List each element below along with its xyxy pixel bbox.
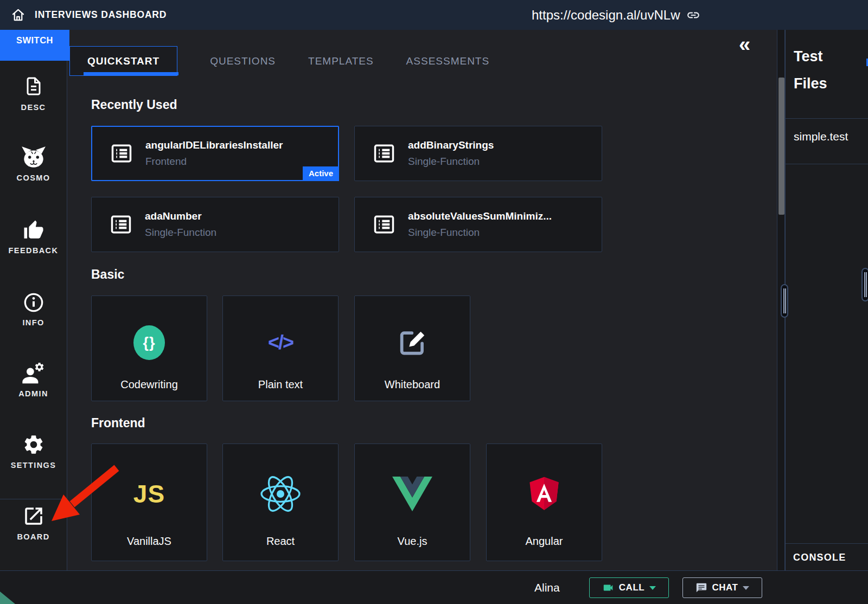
recent-card-adanumber[interactable]: adaNumber Single-Function xyxy=(91,197,339,252)
section-title-frontend: Frontend xyxy=(91,416,145,430)
switch-button[interactable]: SWITCH xyxy=(0,30,69,61)
call-label: CALL xyxy=(619,582,644,593)
frontend-card-vuejs[interactable]: Vue.js xyxy=(354,444,470,561)
caret-down-icon xyxy=(743,586,749,590)
right-panel-divider xyxy=(786,164,868,164)
console-tab[interactable]: CONSOLE xyxy=(786,543,868,570)
recent-card-addbinarystrings[interactable]: addBinaryStrings Single-Function xyxy=(354,126,602,181)
frontend-card-react[interactable]: React xyxy=(222,444,339,561)
call-button[interactable]: CALL xyxy=(589,577,669,598)
chat-label: CHAT xyxy=(712,582,738,593)
tab-questions[interactable]: QUESTIONS xyxy=(210,46,276,76)
sidebar-item-desc[interactable]: DESC xyxy=(0,73,67,112)
tab-quickstart[interactable]: QUICKSTART xyxy=(69,46,177,76)
recent-card-type: Single-Function xyxy=(408,156,494,168)
test-files-title: Test Files xyxy=(794,43,837,98)
recent-card-absolutevaluessum[interactable]: absoluteValuesSumMinimiz... Single-Funct… xyxy=(354,197,602,252)
frontend-card-label: Vue.js xyxy=(398,535,427,548)
corner-decoration xyxy=(0,592,15,604)
sidebar-item-board[interactable]: BOARD xyxy=(0,503,67,541)
home-icon xyxy=(11,8,25,22)
list-icon xyxy=(371,142,397,165)
frontend-card-label: VanillaJS xyxy=(127,535,171,548)
braces-glyph: {} xyxy=(143,335,155,351)
home-button[interactable] xyxy=(10,7,26,23)
active-badge: Active xyxy=(303,166,339,181)
basic-card-label: Codewriting xyxy=(120,378,178,391)
participant-name: Alina xyxy=(534,571,560,604)
cat-icon xyxy=(20,145,47,169)
right-panel-divider xyxy=(786,118,868,119)
chat-button[interactable]: CHAT xyxy=(682,577,762,598)
sidebar-item-cosmo[interactable]: COSMO xyxy=(0,144,67,182)
tab-assessments[interactable]: ASSESSMENTS xyxy=(406,46,490,76)
basic-card-whiteboard[interactable]: Whiteboard xyxy=(354,295,470,401)
recent-card-type: Single-Function xyxy=(408,227,552,239)
user-gear-icon xyxy=(21,362,46,384)
collapse-panel-icon[interactable]: « xyxy=(739,34,750,55)
recent-card-name: absoluteValuesSumMinimiz... xyxy=(408,210,552,222)
list-icon xyxy=(108,213,134,236)
recent-card-name: addBinaryStrings xyxy=(408,139,494,151)
js-icon: JS xyxy=(133,479,165,509)
main-panel: « QUICKSTART QUESTIONS TEMPLATES ASSESSM… xyxy=(67,30,777,570)
basic-card-label: Whiteboard xyxy=(385,378,440,391)
frontend-card-label: Angular xyxy=(526,535,563,548)
top-bar: INTERVIEWS DASHBOARD https://codesign.al… xyxy=(0,0,868,30)
react-icon xyxy=(259,475,302,513)
bottom-bar: Alina CALL CHAT xyxy=(0,570,868,604)
braces-icon: {} xyxy=(133,325,165,360)
app-title: INTERVIEWS DASHBOARD xyxy=(35,9,167,21)
whiteboard-icon xyxy=(395,326,429,359)
basic-card-plain-text[interactable]: </> Plain text xyxy=(222,295,339,401)
frontend-card-vanillajs[interactable]: JS VanillaJS xyxy=(91,444,207,561)
gear-icon xyxy=(22,433,45,456)
recent-card-angularidelibrariesinstaller[interactable]: angularIDELibrariesInstaller Frontend Ac… xyxy=(91,126,339,181)
panel-resize-handle-right[interactable] xyxy=(861,268,868,301)
session-url[interactable]: https://codesign.al/uvNLw xyxy=(532,8,680,23)
main-scrollbar-thumb[interactable] xyxy=(778,78,784,215)
list-icon xyxy=(371,213,397,236)
recent-card-type: Frontend xyxy=(145,156,283,168)
test-file-item[interactable]: simple.test xyxy=(794,130,868,143)
basic-card-codewriting[interactable]: {} Codewriting xyxy=(91,295,207,401)
chat-bubble-icon xyxy=(695,582,707,594)
open-in-new-icon xyxy=(22,505,45,528)
frontend-card-label: React xyxy=(266,535,295,548)
info-icon xyxy=(23,292,44,313)
sidebar-item-feedback[interactable]: FEEDBACK xyxy=(0,216,67,255)
section-title-basic: Basic xyxy=(91,267,124,282)
tab-templates[interactable]: TEMPLATES xyxy=(308,46,374,76)
right-panel: Test Files simple.test CONSOLE xyxy=(785,30,868,570)
sidebar-item-settings[interactable]: SETTINGS xyxy=(0,431,67,470)
thumbs-up-icon xyxy=(22,219,45,241)
recent-card-name: angularIDELibrariesInstaller xyxy=(145,139,283,151)
code-icon: </> xyxy=(268,331,293,354)
section-title-recently-used: Recently Used xyxy=(91,98,177,112)
angular-icon xyxy=(526,474,563,513)
tab-bar: QUICKSTART QUESTIONS TEMPLATES ASSESSMEN… xyxy=(69,46,489,76)
left-sidebar: SWITCH DESC COSMO FEEDBACK INFO xyxy=(0,30,67,570)
recent-card-type: Single-Function xyxy=(145,227,216,239)
sidebar-divider xyxy=(0,499,67,499)
basic-card-label: Plain text xyxy=(258,378,303,391)
panel-resize-handle[interactable] xyxy=(781,284,788,318)
vue-icon xyxy=(392,477,432,511)
videocam-icon xyxy=(602,582,614,594)
recent-card-name: adaNumber xyxy=(145,210,216,222)
document-icon xyxy=(23,74,44,98)
caret-down-icon xyxy=(649,586,656,590)
session-url-row: https://codesign.al/uvNLw xyxy=(532,0,700,30)
sidebar-item-info[interactable]: INFO xyxy=(0,288,67,327)
frontend-card-angular[interactable]: Angular xyxy=(486,444,602,561)
sidebar-item-admin[interactable]: ADMIN xyxy=(0,359,67,398)
link-icon[interactable] xyxy=(686,8,700,22)
list-icon xyxy=(108,142,135,165)
